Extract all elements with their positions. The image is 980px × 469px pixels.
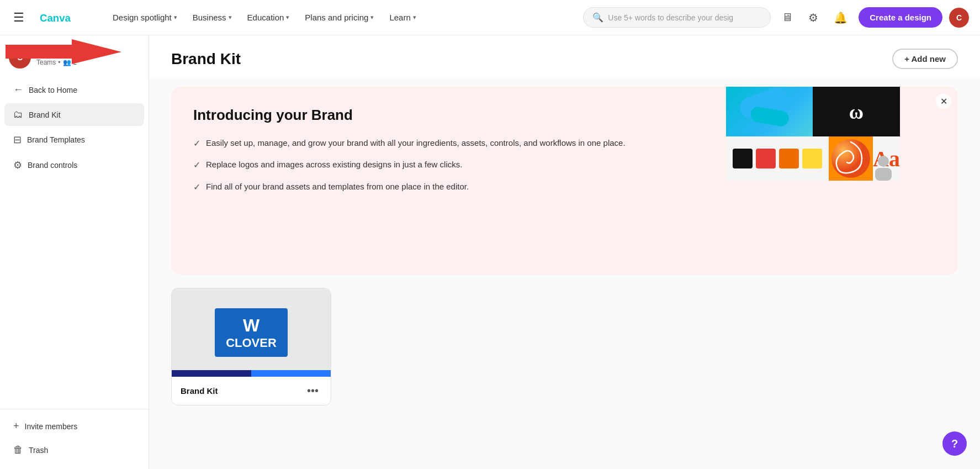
brand-kit-icon: 🗂 (13, 109, 23, 120)
monitor-icon-button[interactable]: 🖥 (777, 7, 797, 28)
chevron-down-icon: ▾ (229, 14, 232, 21)
search-icon: 🔍 (592, 12, 603, 23)
top-navigation: ☰ Canva Design spotlight ▾ Business ▾ Ed… (0, 0, 980, 35)
color-swatch-red (756, 149, 776, 168)
intro-title: Introducing your Brand (193, 107, 704, 124)
svg-text:Canva: Canva (40, 12, 71, 23)
card-logo: W CLOVER (215, 308, 288, 357)
sidebar-item-brand-kit[interactable]: 🗂 Brand Kit (4, 103, 144, 126)
intro-content: Introducing your Brand ✓ Easily set up, … (171, 87, 726, 275)
svg-rect-6 (875, 168, 892, 181)
brand-kit-card[interactable]: W CLOVER Brand Kit ••• (171, 288, 331, 405)
check-icon-1: ✓ (193, 138, 200, 150)
color-swatch-black (733, 149, 753, 168)
nav-education[interactable]: Education ▾ (241, 8, 296, 27)
people-icon: 👥 (63, 59, 71, 66)
sidebar: C Teams • 👥 2 ← Back to Home 🗂 Brand Kit (0, 35, 149, 469)
cards-section: W CLOVER Brand Kit ••• (149, 283, 980, 428)
card-info: Brand Kit ••• (172, 377, 331, 405)
card-bottom-bar (172, 370, 331, 377)
profile-name (36, 49, 81, 56)
chevron-down-icon: ▾ (413, 14, 416, 21)
checklist-item-3: ✓ Find all of your brand assets and temp… (193, 181, 704, 193)
main-content: Brand Kit + Add new Introducing your Bra… (149, 35, 980, 469)
nav-plans-pricing[interactable]: Plans and pricing ▾ (298, 8, 380, 27)
intro-banner: Introducing your Brand ✓ Easily set up, … (171, 87, 958, 275)
nav-learn[interactable]: Learn ▾ (383, 8, 422, 27)
color-swatch-orange (779, 149, 799, 168)
intro-image-swatches (726, 136, 829, 181)
intro-image-pills (726, 87, 813, 136)
color-swatch-yellow (802, 149, 822, 168)
notification-icon-button[interactable]: 🔔 (829, 7, 852, 29)
controls-icon: ⚙ (13, 159, 22, 171)
settings-icon-button[interactable]: ⚙ (804, 7, 823, 29)
template-icon: ⊟ (13, 134, 22, 146)
check-icon-2: ✓ (193, 159, 200, 171)
dot-separator: • (58, 59, 60, 66)
intro-image-bottom-right: Aa (829, 136, 900, 181)
sidebar-item-invite[interactable]: + Invite members (4, 415, 144, 438)
arrow-left-icon: ← (13, 84, 23, 96)
sidebar-item-brand-templates[interactable]: ⊟ Brand Templates (4, 128, 144, 151)
card-menu-button[interactable]: ••• (304, 383, 322, 398)
sidebar-item-brand-controls[interactable]: ⚙ Brand controls (4, 154, 144, 177)
search-bar: 🔍 (583, 7, 771, 28)
chevron-down-icon: ▾ (286, 14, 289, 21)
checklist-item-2: ✓ Replace logos and images across existi… (193, 159, 704, 171)
intro-image-circle-logo: ω (813, 87, 899, 136)
search-input[interactable] (608, 13, 761, 22)
chevron-down-icon: ▾ (174, 14, 177, 21)
hamburger-button[interactable]: ☰ (11, 8, 27, 27)
sidebar-profile: C Teams • 👥 2 (0, 42, 149, 77)
card-preview: W CLOVER (172, 288, 331, 377)
intro-checklist: ✓ Easily set up, manage, and grow your b… (193, 137, 704, 193)
nav-design-spotlight[interactable]: Design spotlight ▾ (106, 8, 184, 27)
page-title: Brand Kit (171, 50, 241, 68)
card-name: Brand Kit (181, 386, 218, 396)
main-nav-items: Design spotlight ▾ Business ▾ Education … (106, 8, 423, 27)
svg-text:ω: ω (849, 101, 864, 123)
canva-logo: Canva (40, 9, 84, 26)
add-new-button[interactable]: + Add new (892, 49, 958, 69)
profile-avatar[interactable]: C (9, 46, 31, 68)
close-banner-button[interactable]: ✕ (936, 93, 951, 109)
sidebar-item-trash[interactable]: 🗑 Trash (4, 439, 144, 461)
chevron-down-icon: ▾ (370, 14, 374, 21)
profile-info: Teams • 👥 2 (36, 49, 140, 66)
page-layout: C Teams • 👥 2 ← Back to Home 🗂 Brand Kit (0, 35, 980, 469)
main-header: Brand Kit + Add new (149, 35, 980, 78)
create-design-button[interactable]: Create a design (859, 7, 942, 28)
checklist-item-1: ✓ Easily set up, manage, and grow your b… (193, 137, 704, 150)
svg-point-5 (878, 156, 889, 167)
sidebar-item-back-home[interactable]: ← Back to Home (4, 78, 144, 101)
nav-business[interactable]: Business ▾ (186, 8, 239, 27)
profile-teams: Teams • 👥 2 (36, 59, 140, 66)
logo-letter: W (226, 315, 277, 336)
intro-image-typography: Aa (873, 136, 900, 181)
intro-images: ω (726, 87, 958, 275)
plus-icon: + (13, 420, 19, 432)
trash-icon: 🗑 (13, 444, 23, 456)
check-icon-3: ✓ (193, 181, 200, 193)
help-button[interactable]: ? (942, 431, 967, 456)
sidebar-bottom: + Invite members 🗑 Trash (0, 409, 149, 462)
user-avatar[interactable]: C (949, 8, 969, 28)
